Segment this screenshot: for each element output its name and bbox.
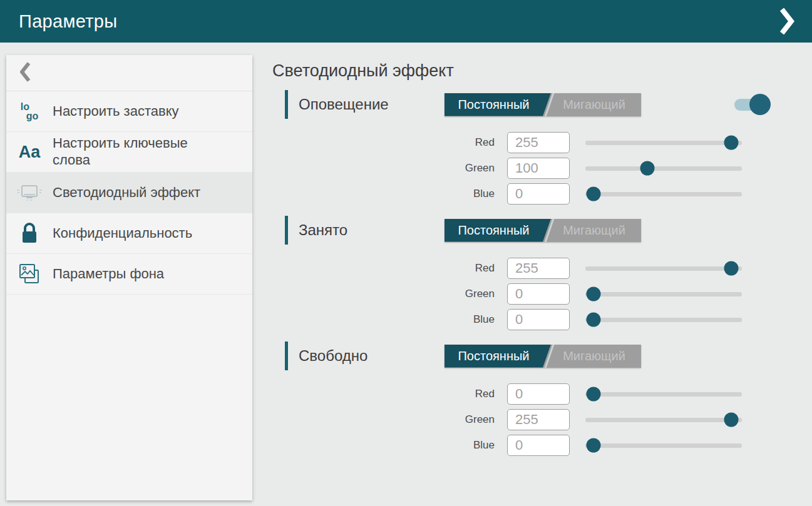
green-slider[interactable] (585, 166, 742, 171)
channel-label: Blue (272, 439, 495, 452)
green-slider[interactable] (585, 418, 742, 422)
led-effect-panel: Светодиодный эффект Оповещение Мигающий … (252, 43, 812, 506)
channel-row-green: Green (272, 409, 767, 430)
chevron-left-icon (20, 62, 31, 84)
channel-row-blue: Blue (272, 435, 767, 456)
channel-label: Blue (272, 188, 495, 200)
mode-segmented-control: Мигающий Постоянный (445, 219, 641, 242)
blue-slider[interactable] (585, 192, 742, 196)
red-value-input[interactable] (507, 132, 570, 153)
mode-constant-button[interactable]: Постоянный (445, 345, 551, 368)
red-value-input[interactable] (507, 258, 570, 279)
sidebar-item-led-effect[interactable]: Светодиодный эффект (6, 173, 252, 213)
blue-slider[interactable] (585, 318, 742, 322)
background-images-icon (6, 263, 53, 285)
red-slider[interactable] (585, 266, 742, 271)
red-value-input[interactable] (507, 383, 570, 405)
page-title: Параметры (19, 11, 117, 32)
sidebar-item-label: Конфиденциальность (53, 225, 201, 242)
channel-label: Green (272, 288, 495, 300)
slider-thumb[interactable] (724, 261, 738, 276)
mode-blinking-button[interactable]: Мигающий (547, 219, 641, 242)
channel-label: Blue (272, 313, 495, 326)
notification-toggle[interactable] (734, 93, 767, 116)
settings-sidebar: logo Настроить заставку Aa Настроить клю… (6, 55, 252, 500)
section-accent-bar (285, 342, 288, 370)
channel-label: Green (272, 162, 495, 175)
section-free: Свободно Мигающий Постоянный Red Green (272, 341, 767, 456)
green-value-input[interactable] (507, 158, 570, 179)
channel-row-red: Red (272, 258, 767, 279)
section-label: Свободно (299, 347, 445, 365)
channel-label: Green (272, 413, 495, 426)
mode-constant-button[interactable]: Постоянный (445, 219, 551, 242)
green-value-input[interactable] (507, 409, 570, 430)
section-notification: Оповещение Мигающий Постоянный Red (272, 89, 767, 205)
channel-row-blue: Blue (272, 309, 767, 330)
channel-row-red: Red (272, 132, 767, 153)
content-area: logo Настроить заставку Aa Настроить клю… (0, 43, 812, 506)
sidebar-item-splash-screen[interactable]: logo Настроить заставку (6, 91, 252, 132)
sidebar-item-background[interactable]: Параметры фона (6, 254, 252, 295)
green-slider[interactable] (585, 292, 742, 296)
logo-icon: logo (6, 102, 53, 121)
sidebar-item-label: Параметры фона (53, 266, 173, 283)
lock-icon (6, 222, 53, 245)
channel-label: Red (272, 388, 495, 400)
slider-thumb[interactable] (586, 313, 600, 327)
slider-thumb[interactable] (640, 161, 654, 176)
sidebar-item-privacy[interactable]: Конфиденциальность (6, 213, 252, 254)
section-busy: Занято Мигающий Постоянный Red Green (272, 215, 767, 330)
section-label: Занято (299, 221, 445, 239)
section-accent-bar (285, 90, 288, 119)
channel-label: Red (272, 136, 495, 149)
mode-segmented-control: Мигающий Постоянный (445, 345, 641, 368)
channel-row-red: Red (272, 383, 767, 405)
blue-value-input[interactable] (507, 435, 570, 456)
slider-thumb[interactable] (586, 187, 600, 201)
toggle-knob[interactable] (749, 94, 771, 115)
slider-thumb[interactable] (724, 413, 738, 427)
channel-row-blue: Blue (272, 183, 767, 205)
red-slider[interactable] (585, 392, 742, 397)
channel-row-green: Green (272, 158, 767, 179)
slider-thumb[interactable] (586, 438, 600, 453)
channel-label: Red (272, 262, 495, 275)
chevron-right-icon[interactable] (779, 8, 794, 35)
blue-slider[interactable] (585, 443, 742, 448)
mode-segmented-control: Мигающий Постоянный (445, 93, 641, 116)
channel-row-green: Green (272, 283, 767, 305)
section-accent-bar (285, 216, 288, 245)
panel-title: Светодиодный эффект (272, 61, 767, 81)
red-slider[interactable] (585, 141, 742, 145)
green-value-input[interactable] (507, 283, 570, 305)
blue-value-input[interactable] (507, 309, 570, 330)
sidebar-item-label: Настроить заставку (53, 103, 188, 120)
app-header: Параметры (0, 0, 812, 43)
sidebar-item-keywords[interactable]: Aa Настроить ключевые слова (6, 132, 252, 173)
mode-constant-button[interactable]: Постоянный (445, 93, 551, 116)
blue-value-input[interactable] (507, 183, 570, 205)
led-screen-icon (6, 183, 53, 203)
sidebar-item-label: Светодиодный эффект (53, 185, 209, 201)
mode-blinking-button[interactable]: Мигающий (547, 345, 641, 368)
slider-thumb[interactable] (586, 387, 600, 402)
mode-blinking-button[interactable]: Мигающий (547, 93, 641, 116)
slider-thumb[interactable] (586, 287, 600, 301)
sidebar-back-button[interactable] (6, 55, 252, 91)
keywords-icon: Aa (6, 143, 53, 162)
section-label: Оповещение (299, 96, 445, 113)
sidebar-item-label: Настроить ключевые слова (53, 135, 209, 169)
slider-thumb[interactable] (724, 136, 738, 150)
